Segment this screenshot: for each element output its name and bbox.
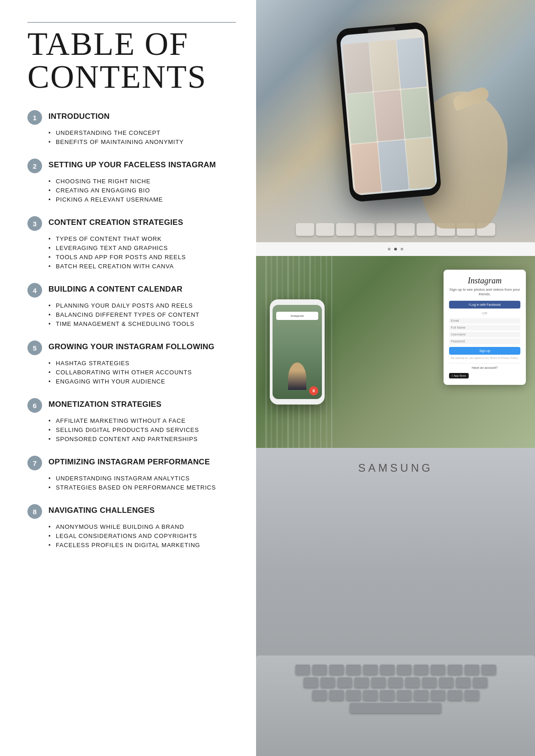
toc-section-8: 8 NAVIGATING CHALLENGES ANONYMOUS WHILE …	[27, 504, 236, 548]
section-header-8: 8 NAVIGATING CHALLENGES	[27, 504, 236, 519]
section-number-7: 7	[27, 456, 42, 470]
dot	[388, 248, 391, 250]
apple-icon: 	[452, 374, 453, 377]
instagram-logo: Instagram	[449, 276, 520, 286]
section-header-6: 6 MONETIZATION STRATEGIES	[27, 398, 236, 413]
section-items-8: ANONYMOUS WHILE BUILDING A BRAND LEGAL C…	[27, 523, 236, 548]
list-item: PICKING A RELEVANT USERNAME	[48, 196, 236, 203]
section-title-1: INTRODUCTION	[48, 110, 110, 121]
samsung-label: SAMSUNG	[358, 462, 433, 474]
list-item: UNDERSTANDING INSTAGRAM ANALYTICS	[48, 475, 236, 482]
section-header-1: 1 INTRODUCTION	[27, 110, 236, 125]
person-silhouette	[288, 362, 306, 390]
section-items-7: UNDERSTANDING INSTAGRAM ANALYTICS STRATE…	[27, 475, 236, 491]
toc-section-2: 2 SETTING UP YOUR FACELESS INSTAGRAM CHO…	[27, 158, 236, 203]
instagram-signup-card: Instagram Sign up to see photos and vide…	[444, 270, 526, 385]
section-number-6: 6	[27, 398, 42, 413]
section-title-7: OPTIMIZING INSTAGRAM PERFORMANCE	[48, 455, 210, 467]
page-title: TABLE OF CONTENTS	[27, 27, 236, 93]
list-item: UNDERSTANDING THE CONCEPT	[48, 129, 236, 136]
section-header-5: 5 GROWING YOUR INSTAGRAM FOLLOWING	[27, 340, 236, 355]
list-item: BENEFITS OF MAINTAINING ANONYMITY	[48, 138, 236, 145]
section-items-1: UNDERSTANDING THE CONCEPT BENEFITS OF MA…	[27, 129, 236, 145]
dot-active	[394, 248, 397, 250]
section-header-3: 3 CONTENT CREATION STRATEGIES	[27, 216, 236, 231]
list-item: BATCH REEL CREATION WITH CANVA	[48, 263, 236, 270]
list-item: FACELESS PROFILES IN DIGITAL MARKETING	[48, 542, 236, 548]
section-number-3: 3	[27, 216, 42, 231]
title-block: TABLE OF CONTENTS	[27, 22, 236, 93]
signup-btn: Sign up	[449, 347, 520, 355]
section-items-6: AFFILIATE MARKETING WITHOUT A FACE SELLI…	[27, 417, 236, 442]
list-item: LEVERAGING TEXT AND GRAPHICS	[48, 245, 236, 251]
list-item: TYPES OF CONTENT THAT WORK	[48, 235, 236, 242]
list-item: TIME MANAGEMENT & SCHEDULING TOOLS	[48, 320, 236, 327]
photo-samsung-laptop: SAMSUNG	[256, 448, 535, 756]
list-item: AFFILIATE MARKETING WITHOUT A FACE	[48, 417, 236, 424]
section-number-1: 1	[27, 110, 42, 125]
section-title-6: MONETIZATION STRATEGIES	[48, 398, 161, 409]
section-items-4: PLANNING YOUR DAILY POSTS AND REELS BALA…	[27, 302, 236, 327]
dot	[401, 248, 403, 250]
small-phone-screen: Instagram 8	[273, 305, 322, 399]
section-items-5: HASHTAG STRATEGIES COLLABORATING WITH OT…	[27, 360, 236, 385]
section-number-5: 5	[27, 341, 42, 355]
section-header-4: 4 BUILDING A CONTENT CALENDAR	[27, 282, 236, 298]
toc-section-6: 6 MONETIZATION STRATEGIES AFFILIATE MARK…	[27, 398, 236, 442]
section-title-5: GROWING YOUR INSTAGRAM FOLLOWING	[48, 340, 214, 351]
username-input: Username	[449, 332, 520, 337]
list-item: PLANNING YOUR DAILY POSTS AND REELS	[48, 302, 236, 309]
have-account-text: Have an account?	[449, 363, 520, 369]
toc-section-5: 5 GROWING YOUR INSTAGRAM FOLLOWING HASHT…	[27, 340, 236, 385]
list-item: COLLABORATING WITH OTHER ACCOUNTS	[48, 369, 236, 376]
section-title-3: CONTENT CREATION STRATEGIES	[48, 216, 183, 227]
phone-screen	[340, 28, 438, 196]
terms-text: By signing up, you agree to our Terms & …	[449, 357, 520, 360]
photo-instagram-phone	[256, 0, 535, 242]
section-number-8: 8	[27, 504, 42, 519]
password-input: Password	[449, 339, 520, 344]
photo-instagram-signup: Instagram 8 Instagram Sign up to see pho…	[256, 256, 535, 448]
fullname-input: Full Name	[449, 325, 520, 330]
small-phone-ig-bar: Instagram	[276, 312, 318, 320]
list-item: TOOLS AND APP FOR POSTS AND REELS	[48, 254, 236, 261]
appstore-section:  App Store	[449, 373, 520, 378]
list-item: ENGAGING WITH YOUR AUDIENCE	[48, 378, 236, 385]
appstore-btn:  App Store	[449, 373, 469, 378]
toc-section-3: 3 CONTENT CREATION STRATEGIES TYPES OF C…	[27, 216, 236, 270]
right-panel: Instagram 8 Instagram Sign up to see pho…	[256, 0, 535, 756]
section-items-2: CHOOSING THE RIGHT NICHE CREATING AN ENG…	[27, 178, 236, 203]
list-item: LEGAL CONSIDERATIONS AND COPYRIGHTS	[48, 532, 236, 539]
dots-separator	[256, 242, 535, 256]
section-title-2: SETTING UP YOUR FACELESS INSTAGRAM	[48, 158, 216, 170]
or-divider: OR	[449, 311, 520, 315]
section-items-3: TYPES OF CONTENT THAT WORK LEVERAGING TE…	[27, 235, 236, 270]
facebook-login-btn: f Log in with Facebook	[449, 301, 520, 309]
list-item: STRATEGIES BASED ON PERFORMANCE METRICS	[48, 484, 236, 491]
section-header-2: 2 SETTING UP YOUR FACELESS INSTAGRAM	[27, 158, 236, 173]
toc-section-1: 1 INTRODUCTION UNDERSTANDING THE CONCEPT…	[27, 110, 236, 145]
section-header-7: 7 OPTIMIZING INSTAGRAM PERFORMANCE	[27, 455, 236, 470]
phone-mockup	[336, 21, 442, 202]
section-title-8: NAVIGATING CHALLENGES	[48, 504, 155, 515]
list-item: SELLING DIGITAL PRODUCTS AND SERVICES	[48, 426, 236, 433]
section-number-2: 2	[27, 159, 42, 173]
list-item: CHOOSING THE RIGHT NICHE	[48, 178, 236, 185]
left-panel: TABLE OF CONTENTS 1 INTRODUCTION UNDERST…	[0, 0, 256, 756]
list-item: ANONYMOUS WHILE BUILDING A BRAND	[48, 523, 236, 530]
toc-section-4: 4 BUILDING A CONTENT CALENDAR PLANNING Y…	[27, 282, 236, 327]
instagram-subtitle: Sign up to see photos and videos from yo…	[449, 287, 520, 297]
section-title-4: BUILDING A CONTENT CALENDAR	[48, 282, 182, 294]
email-input: Email	[449, 318, 520, 324]
notification-badge: 8	[309, 386, 318, 395]
section-number-4: 4	[27, 283, 42, 298]
list-item: BALANCING DIFFERENT TYPES OF CONTENT	[48, 311, 236, 318]
list-item: HASHTAG STRATEGIES	[48, 360, 236, 367]
toc-section-7: 7 OPTIMIZING INSTAGRAM PERFORMANCE UNDER…	[27, 455, 236, 491]
list-item: SPONSORED CONTENT AND PARTNERSHIPS	[48, 436, 236, 442]
small-phone-mockup: Instagram 8	[270, 299, 325, 405]
list-item: CREATING AN ENGAGING BIO	[48, 187, 236, 194]
